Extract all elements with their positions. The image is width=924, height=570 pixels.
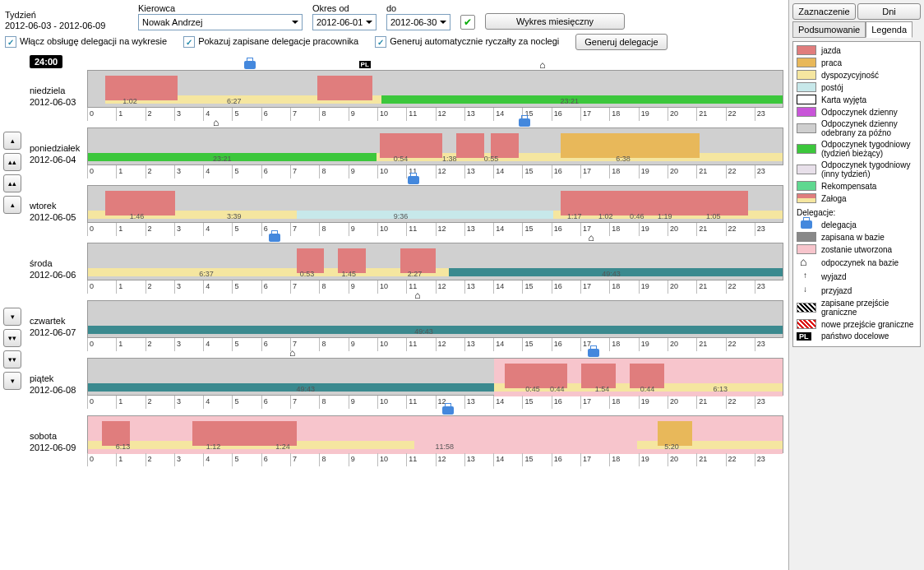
hour-tick: 23 bbox=[755, 453, 783, 466]
hour-tick: 17 bbox=[580, 223, 609, 236]
hour-tick: 16 bbox=[552, 280, 580, 294]
time-annotation: 1:24 bbox=[275, 443, 290, 451]
tab-summary[interactable]: Podsumowanie bbox=[792, 21, 866, 38]
nav-go-end-up[interactable]: ▴ bbox=[3, 132, 21, 150]
timeline-track[interactable]: 6:131:121:2411:585:20 bbox=[87, 415, 783, 453]
hour-tick: 8 bbox=[319, 396, 348, 409]
hour-tick: 3 bbox=[174, 165, 203, 178]
timeline-track[interactable]: 23:210:541:380:556:38⌂ bbox=[87, 127, 783, 165]
house-icon: ⌂ bbox=[289, 347, 295, 359]
driver-combo[interactable]: Nowak Andrzej bbox=[138, 14, 303, 30]
day-row: piątek2012-06-0849:430:450:441:540:446:1… bbox=[30, 358, 783, 409]
opt-auto-lumpsum[interactable]: ✓Generuj automatycznie ryczałty za nocle… bbox=[375, 36, 559, 48]
hour-tick: 10 bbox=[377, 223, 406, 236]
nav-double-up[interactable]: ▴▴ bbox=[3, 174, 21, 192]
hour-tick: 23 bbox=[755, 108, 783, 121]
activity-segment[interactable] bbox=[317, 76, 373, 100]
apply-button[interactable] bbox=[460, 15, 475, 30]
hour-tick: 10 bbox=[377, 396, 406, 409]
legend-swatch bbox=[797, 58, 816, 67]
date-to-value: 2012-06-30 bbox=[390, 17, 437, 27]
hour-axis: 01234567891011121314151617181920212223 bbox=[87, 280, 783, 294]
tab-legend[interactable]: Legenda bbox=[866, 21, 912, 38]
legend-swatch bbox=[797, 165, 816, 174]
hour-tick: 7 bbox=[290, 165, 319, 178]
hour-tick: 1 bbox=[116, 108, 145, 121]
timeline-track[interactable]: 6:370:531:452:2749:43⌂ bbox=[87, 243, 783, 280]
generate-delegations-button[interactable]: Generuj delegacje bbox=[575, 34, 667, 50]
chevron-down-icon bbox=[292, 21, 298, 24]
legend-label: nowe przejście graniczne bbox=[821, 320, 917, 329]
house-icon: ⌂ bbox=[800, 255, 806, 268]
timeline-track[interactable]: 49:43⌂ bbox=[87, 300, 783, 338]
hour-tick: 14 bbox=[493, 453, 522, 466]
hour-tick: 3 bbox=[174, 453, 203, 466]
hour-tick: 16 bbox=[552, 165, 580, 178]
time-annotation: 1:12 bbox=[206, 443, 221, 451]
legend-item: zapisane przejście graniczne bbox=[797, 299, 917, 317]
hour-tick: 11 bbox=[406, 396, 435, 409]
activity-segment[interactable] bbox=[105, 76, 178, 100]
days-button[interactable]: Dni bbox=[857, 3, 921, 20]
hour-tick: 8 bbox=[319, 223, 348, 236]
suitcase-icon bbox=[801, 220, 812, 229]
monthly-chart-button[interactable]: Wykres miesięczny bbox=[485, 13, 625, 30]
hour-tick: 13 bbox=[464, 108, 493, 121]
nav-page-up[interactable]: ▴▴ bbox=[3, 153, 21, 171]
timeline-track[interactable]: 49:430:450:441:540:446:13⌂ bbox=[87, 358, 783, 396]
legend-item: postój bbox=[797, 82, 917, 92]
hour-axis: 01234567891011121314151617181920212223 bbox=[87, 108, 783, 121]
hour-tick: 12 bbox=[436, 223, 464, 236]
legend-label: jazda bbox=[821, 46, 917, 55]
day-label: niedziela2012-06-03 bbox=[30, 70, 87, 109]
nav-double-down[interactable]: ▾▾ bbox=[3, 329, 21, 347]
hour-tick: 1 bbox=[116, 453, 145, 466]
hour-tick: 14 bbox=[493, 396, 522, 409]
house-icon: ⌂ bbox=[539, 59, 545, 71]
hour-tick: 1 bbox=[116, 223, 145, 236]
nav-go-end-down[interactable]: ▾ bbox=[3, 372, 21, 390]
hour-tick: 15 bbox=[522, 223, 551, 236]
time-annotation: 6:13 bbox=[116, 443, 131, 451]
activity-segment[interactable] bbox=[88, 153, 377, 161]
hour-tick: 19 bbox=[639, 396, 668, 409]
hour-tick: 8 bbox=[319, 338, 348, 351]
selection-button[interactable]: Zaznaczenie bbox=[792, 3, 856, 20]
date-from[interactable]: 2012-06-01 bbox=[312, 14, 377, 30]
legend-label: wyjazd bbox=[821, 272, 917, 281]
hour-tick: 0 bbox=[87, 223, 116, 236]
hour-tick: 17 bbox=[580, 280, 609, 294]
activity-segment[interactable] bbox=[380, 133, 442, 158]
legend-item: Odpoczynek dzienny bbox=[797, 107, 917, 117]
opt-delegation-chart[interactable]: ✓Włącz obsługę delegacji na wykresie bbox=[5, 36, 167, 48]
hour-tick: 4 bbox=[203, 280, 232, 294]
nav-page-down[interactable]: ▾▾ bbox=[3, 350, 21, 368]
activity-segment[interactable] bbox=[297, 211, 554, 219]
hour-tick: 13 bbox=[464, 223, 493, 236]
nav-up[interactable]: ▴ bbox=[3, 196, 21, 214]
activity-segment[interactable] bbox=[381, 95, 783, 104]
activity-segment[interactable] bbox=[88, 326, 783, 334]
time-annotation: 23:21 bbox=[561, 97, 580, 105]
nav-down[interactable]: ▾ bbox=[3, 308, 21, 326]
house-icon: ⌂ bbox=[588, 232, 594, 243]
hour-tick: 3 bbox=[174, 338, 203, 351]
opt-show-saved[interactable]: ✓Pokazuj zapisane delegacje pracownika bbox=[183, 36, 358, 48]
hour-tick: 12 bbox=[436, 280, 464, 294]
legend-item: ↓przyjazd bbox=[797, 285, 917, 296]
activity-segment[interactable] bbox=[88, 383, 494, 392]
hour-tick: 23 bbox=[755, 396, 783, 409]
hour-tick: 18 bbox=[609, 453, 638, 466]
hour-tick: 22 bbox=[726, 396, 755, 409]
hour-tick: 19 bbox=[639, 280, 668, 294]
time-annotation: 0:46 bbox=[630, 212, 644, 220]
activity-segment[interactable] bbox=[456, 133, 484, 158]
activity-segment[interactable] bbox=[88, 268, 449, 276]
hour-tick: 18 bbox=[609, 396, 638, 409]
timeline-track[interactable]: 1:463:399:361:171:020:461:191:05 bbox=[87, 185, 783, 223]
date-to[interactable]: 2012-06-30 bbox=[386, 14, 450, 30]
time-annotation: 49:43 bbox=[297, 385, 316, 393]
suitcase-icon bbox=[519, 118, 530, 127]
hour-tick: 15 bbox=[522, 165, 551, 178]
timeline-track[interactable]: 1:026:2723:21PL⌂ bbox=[87, 70, 783, 108]
